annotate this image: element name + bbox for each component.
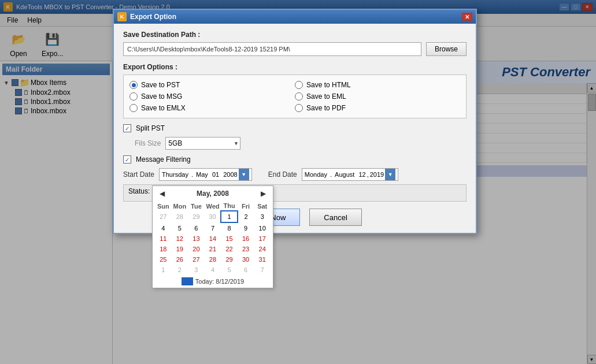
cal-day[interactable]: 5 xyxy=(221,265,238,275)
cal-th-wed: Wed xyxy=(205,201,221,211)
path-input[interactable] xyxy=(123,42,421,56)
file-size-label: Fils Size xyxy=(135,139,161,147)
cal-today-row: Today: 8/12/2019 xyxy=(155,277,271,285)
radio-pst-circle[interactable] xyxy=(129,81,138,89)
calendar-popup: ◀ May, 2008 ▶ Sun Mon Tue Wed Thu xyxy=(152,185,273,288)
cal-prev-btn[interactable]: ◀ xyxy=(157,190,167,198)
size-select-wrapper: 5GB 1GB 2GB 10GB Custom ▼ xyxy=(165,137,240,150)
cal-grid: Sun Mon Tue Wed Thu Fri Sat 272829301234… xyxy=(155,201,271,275)
cal-day[interactable]: 11 xyxy=(155,233,172,244)
cal-day[interactable]: 7 xyxy=(205,222,221,233)
radio-eml[interactable]: Save to EML xyxy=(295,92,460,101)
split-pst-label: Split PST xyxy=(136,124,165,132)
cal-th-sun: Sun xyxy=(155,201,172,211)
cal-day[interactable]: 20 xyxy=(188,244,205,254)
radio-grid: Save to PST Save to HTML Save to MSG Sav… xyxy=(129,81,460,112)
cal-month-year: May, 2008 xyxy=(197,190,229,198)
cal-day[interactable]: 27 xyxy=(155,211,172,222)
cal-day[interactable]: 30 xyxy=(205,211,221,222)
cancel-button[interactable]: Cancel xyxy=(309,209,361,226)
cal-day[interactable]: 5 xyxy=(172,222,188,233)
radio-pst[interactable]: Save to PST xyxy=(129,81,295,89)
export-options-section: Save to PST Save to HTML Save to MSG Sav… xyxy=(123,75,467,118)
end-month: August xyxy=(335,171,354,178)
cal-day[interactable]: 2 xyxy=(172,265,188,275)
cal-day[interactable]: 1 xyxy=(155,265,172,275)
radio-html[interactable]: Save to HTML xyxy=(295,81,460,89)
cal-day[interactable]: 21 xyxy=(205,244,221,254)
radio-eml-label: Save to EML xyxy=(306,92,346,101)
cal-day[interactable]: 18 xyxy=(155,244,172,254)
cal-day[interactable]: 13 xyxy=(188,233,205,244)
radio-pst-label: Save to PST xyxy=(141,81,180,89)
start-sep2 xyxy=(209,171,211,178)
cal-day[interactable]: 4 xyxy=(155,222,172,233)
start-date-label: Start Date xyxy=(123,170,154,179)
split-pst-checkbox[interactable] xyxy=(123,124,131,132)
cal-next-btn[interactable]: ▶ xyxy=(258,190,268,198)
end-date-dropdown-btn[interactable]: ▼ xyxy=(385,169,395,180)
cal-day[interactable]: 9 xyxy=(238,222,254,233)
cal-day[interactable]: 6 xyxy=(238,265,254,275)
cal-day[interactable]: 2 xyxy=(238,211,254,222)
today-label: Today: 8/12/2019 xyxy=(195,278,244,285)
cal-day[interactable]: 14 xyxy=(205,233,221,244)
cal-day[interactable]: 7 xyxy=(254,265,271,275)
end-date-label: End Date xyxy=(268,170,297,179)
radio-pdf[interactable]: Save to PDF xyxy=(295,104,460,112)
start-date-dropdown-btn[interactable]: ▼ xyxy=(239,169,249,180)
path-row: Browse xyxy=(123,42,467,56)
cal-day[interactable]: 23 xyxy=(238,244,254,254)
end-sep3: , xyxy=(367,171,369,178)
cal-day[interactable]: 29 xyxy=(221,254,238,265)
size-select[interactable]: 5GB 1GB 2GB 10GB Custom xyxy=(165,137,240,150)
cal-day[interactable]: 30 xyxy=(238,254,254,265)
radio-emlx-label: Save to EMLX xyxy=(141,104,186,112)
radio-pdf-circle[interactable] xyxy=(295,104,303,112)
cal-day[interactable]: 3 xyxy=(254,211,271,222)
cal-day[interactable]: 16 xyxy=(238,233,254,244)
export-dialog: K Export Option ✕ Save Destination Path … xyxy=(113,9,477,234)
radio-html-circle[interactable] xyxy=(295,81,303,89)
msg-filter-checkbox[interactable] xyxy=(123,155,131,164)
cal-day[interactable]: 28 xyxy=(205,254,221,265)
cal-day[interactable]: 12 xyxy=(172,233,188,244)
start-year: 2008 xyxy=(223,171,237,178)
cal-day[interactable]: 4 xyxy=(205,265,221,275)
save-dest-label: Save Destination Path : xyxy=(123,31,467,39)
cal-day[interactable]: 6 xyxy=(188,222,205,233)
cal-day[interactable]: 3 xyxy=(188,265,205,275)
cal-day[interactable]: 1 xyxy=(221,211,238,222)
cal-day[interactable]: 25 xyxy=(155,254,172,265)
cal-th-mon: Mon xyxy=(172,201,188,211)
cal-day[interactable]: 28 xyxy=(172,211,188,222)
start-date-display[interactable]: Thursday . May 01 2008 ▼ xyxy=(159,168,252,181)
cal-th-thu: Thu xyxy=(221,201,238,211)
cal-day[interactable]: 10 xyxy=(254,222,271,233)
browse-button[interactable]: Browse xyxy=(426,42,467,56)
cal-day[interactable]: 17 xyxy=(254,233,271,244)
cal-day[interactable]: 19 xyxy=(172,244,188,254)
cal-day[interactable]: 8 xyxy=(221,222,238,233)
dialog-close-button[interactable]: ✕ xyxy=(462,13,472,21)
cal-th-fri: Fri xyxy=(238,201,254,211)
start-day: Thursday xyxy=(162,171,188,178)
app-window: K KdeTools MBOX to PST Converter - Demo … xyxy=(0,0,596,364)
cal-day[interactable]: 29 xyxy=(188,211,205,222)
cal-day[interactable]: 31 xyxy=(254,254,271,265)
cal-day[interactable]: 26 xyxy=(172,254,188,265)
dialog-title-bar: K Export Option ✕ xyxy=(114,10,476,24)
radio-emlx-circle[interactable] xyxy=(129,104,138,112)
radio-eml-circle[interactable] xyxy=(295,92,303,101)
radio-emlx[interactable]: Save to EMLX xyxy=(129,104,295,112)
file-size-row: Fils Size 5GB 1GB 2GB 10GB Custom ▼ xyxy=(123,137,467,150)
cal-day[interactable]: 24 xyxy=(254,244,271,254)
radio-msg-circle[interactable] xyxy=(129,92,138,101)
radio-msg[interactable]: Save to MSG xyxy=(129,92,295,101)
cal-day[interactable]: 27 xyxy=(188,254,205,265)
cal-day[interactable]: 22 xyxy=(221,244,238,254)
split-pst-row: Split PST xyxy=(123,124,467,132)
end-date-display[interactable]: Monday . August 12 , 2019 ▼ xyxy=(302,168,398,181)
cal-day[interactable]: 15 xyxy=(221,233,238,244)
end-sep1: . xyxy=(328,171,334,178)
